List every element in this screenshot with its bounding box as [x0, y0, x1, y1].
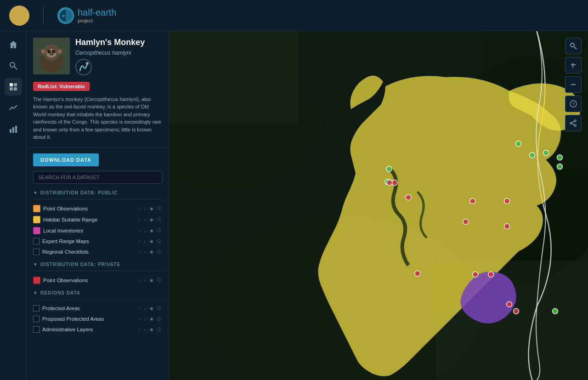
layer-up-regional-check[interactable]: ↑	[137, 249, 141, 255]
layer-expert-range: Expert Range Maps ↑ ↓ ◉ ⓘ	[33, 236, 162, 247]
layer-down-protected-areas[interactable]: ↓	[143, 306, 147, 311]
svg-rect-9	[14, 83, 17, 86]
svg-rect-11	[14, 87, 17, 91]
section-private-divider	[33, 271, 162, 271]
layer-up-point-obs-private[interactable]: ↑	[137, 278, 141, 283]
section-public-title: DISTRIBUTION DATA: PUBLIC	[40, 190, 118, 195]
he-icon: e	[57, 7, 74, 24]
svg-point-52	[387, 180, 392, 186]
section-private-arrow: ▼	[33, 262, 38, 267]
svg-point-6	[10, 62, 15, 67]
layer-point-obs-public: Point Observations ↑ ↓ ◉ ⓘ	[33, 203, 162, 214]
layer-label-protected-areas: Protected Areas	[42, 306, 135, 311]
layer-info-admin-layers[interactable]: ⓘ	[156, 326, 162, 333]
layer-down-local-inv[interactable]: ↓	[143, 228, 147, 233]
layer-down-habitat-range[interactable]: ↓	[143, 217, 147, 222]
map-zoom-out-button[interactable]	[565, 76, 582, 93]
layer-down-admin-layers[interactable]: ↓	[143, 327, 147, 332]
svg-point-56	[463, 219, 469, 224]
svg-text:BIODIVERSITY: BIODIVERSITY	[11, 15, 28, 18]
dataset-search-input[interactable]	[33, 171, 162, 184]
layer-up-proposed-protected[interactable]: ↑	[137, 316, 141, 322]
layer-down-proposed-protected[interactable]: ↓	[143, 316, 147, 322]
svg-point-58	[415, 271, 420, 276]
layer-info-point-obs-public[interactable]: ⓘ	[156, 205, 162, 212]
svg-point-51	[392, 180, 397, 186]
layer-eye-habitat-range[interactable]: ◉	[149, 217, 154, 222]
layer-eye-point-obs-private[interactable]: ◉	[149, 278, 154, 283]
map-search-button[interactable]	[565, 38, 582, 54]
layer-down-expert-range[interactable]: ↓	[143, 238, 147, 244]
layer-info-local-inv[interactable]: ⓘ	[156, 227, 162, 234]
nav-layers[interactable]	[5, 78, 22, 96]
map-area[interactable]: ?	[169, 31, 588, 380]
layer-up-admin-layers[interactable]: ↑	[137, 327, 141, 332]
layer-eye-protected-areas[interactable]: ◉	[149, 306, 154, 311]
layer-info-habitat-range[interactable]: ⓘ	[156, 216, 162, 223]
layer-label-habitat-range: Habitat Suitable Range	[43, 217, 135, 222]
layer-controls-proposed-protected: ↑ ↓ ◉ ⓘ	[137, 316, 162, 323]
layer-down-point-obs-public[interactable]: ↓	[143, 206, 147, 211]
layer-checkbox-protected-areas[interactable]	[33, 305, 40, 312]
layer-checkbox-admin-layers[interactable]	[33, 326, 40, 333]
layer-label-point-obs-private: Point Observations	[43, 278, 135, 283]
nav-analytics[interactable]	[5, 99, 22, 117]
layer-controls-regional-check: ↑ ↓ ◉ ⓘ	[137, 249, 162, 255]
species-card: Hamlyn's Monkey Cercopithecus hamlyni Re…	[27, 31, 169, 148]
svg-point-35	[86, 62, 89, 65]
section-public-divider	[33, 199, 162, 199]
layer-info-protected-areas[interactable]: ⓘ	[156, 305, 162, 312]
layer-up-habitat-range[interactable]: ↑	[137, 217, 141, 222]
layer-info-proposed-protected[interactable]: ⓘ	[156, 316, 162, 323]
svg-point-43	[386, 166, 392, 172]
svg-point-69	[570, 122, 572, 124]
layer-eye-local-inv[interactable]: ◉	[149, 228, 154, 233]
nav-home[interactable]	[5, 36, 22, 53]
layer-checkbox-regional-check[interactable]	[33, 249, 40, 255]
layer-eye-expert-range[interactable]: ◉	[149, 238, 154, 244]
section-public: ▼ DISTRIBUTION DATA: PUBLIC Point Observ…	[33, 190, 162, 257]
species-snake-icon	[75, 59, 92, 75]
map-help-button[interactable]: ?	[565, 96, 582, 112]
svg-point-26	[50, 54, 51, 55]
layer-up-point-obs-public[interactable]: ↑	[137, 206, 141, 211]
svg-text:e.o.wilson: e.o.wilson	[11, 10, 27, 13]
nav-charts[interactable]	[5, 120, 22, 138]
download-data-button[interactable]: DOWNLOAD DATA	[33, 153, 99, 166]
svg-point-27	[52, 54, 53, 55]
layer-label-local-inv: Local Inventories	[43, 228, 135, 233]
nav-search[interactable]	[5, 57, 22, 74]
layer-controls-local-inv: ↑ ↓ ◉ ⓘ	[137, 227, 162, 234]
layer-info-regional-check[interactable]: ⓘ	[156, 249, 162, 255]
section-regions-arrow: ▼	[33, 290, 38, 295]
layer-up-protected-areas[interactable]: ↑	[137, 306, 141, 311]
layer-checkbox-proposed-protected[interactable]	[33, 316, 40, 322]
layer-eye-point-obs-public[interactable]: ◉	[149, 206, 154, 211]
species-header: Hamlyn's Monkey Cercopithecus hamlyni	[33, 38, 162, 77]
layer-down-point-obs-private[interactable]: ↓	[143, 278, 147, 283]
layer-eye-proposed-protected[interactable]: ◉	[149, 316, 154, 322]
section-public-header[interactable]: ▼ DISTRIBUTION DATA: PUBLIC	[33, 190, 162, 195]
section-private-header[interactable]: ▼ DISTRIBUTION DATA: PRIVATE	[33, 262, 162, 267]
map-share-button[interactable]	[565, 115, 582, 131]
layer-checkbox-expert-range[interactable]	[33, 238, 40, 244]
section-regions: ▼ REGIONS DATA Protected Areas ↑ ↓ ◉ ⓘ	[33, 290, 162, 335]
section-private: ▼ DISTRIBUTION DATA: PRIVATE Point Obser…	[33, 262, 162, 286]
layer-info-point-obs-private[interactable]: ⓘ	[156, 277, 162, 284]
layer-controls-protected-areas: ↑ ↓ ◉ ⓘ	[137, 305, 162, 312]
map-zoom-in-button[interactable]	[565, 57, 582, 74]
svg-point-61	[507, 301, 512, 307]
layer-up-expert-range[interactable]: ↑	[137, 238, 141, 244]
species-image	[33, 38, 70, 74]
svg-line-70	[572, 121, 574, 123]
layer-controls-point-obs-public: ↑ ↓ ◉ ⓘ	[137, 205, 162, 212]
layer-eye-regional-check[interactable]: ◉	[149, 249, 154, 255]
svg-point-31	[58, 50, 62, 53]
half-earth-logo: e half-earth project	[57, 7, 117, 24]
layer-down-regional-check[interactable]: ↓	[143, 249, 147, 255]
section-regions-header[interactable]: ▼ REGIONS DATA	[33, 290, 162, 295]
layer-info-expert-range[interactable]: ⓘ	[156, 238, 162, 245]
layer-eye-admin-layers[interactable]: ◉	[149, 327, 154, 332]
section-public-arrow: ▼	[33, 190, 38, 195]
layer-up-local-inv[interactable]: ↑	[137, 228, 141, 233]
